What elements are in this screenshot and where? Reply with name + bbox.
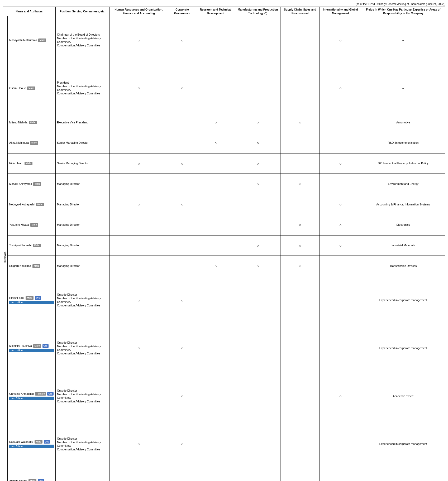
position-cell: Outside Director Member of the Nominatin… bbox=[56, 420, 109, 468]
cell-corp: ○ bbox=[168, 468, 196, 481]
table-row: Toshiyuki SahashiMaleManaging Director○○… bbox=[3, 235, 445, 256]
cell-corp bbox=[168, 174, 196, 194]
os-badge-inline: O/S bbox=[44, 440, 50, 444]
cell-hr: ○ bbox=[109, 276, 168, 324]
cell-corp: ○ bbox=[168, 324, 196, 372]
cell-corp: ○ bbox=[168, 372, 196, 420]
gender-badge: Female bbox=[35, 392, 46, 396]
name-cell: Michihiro TsuchiyaMaleO/SInd. Officer bbox=[8, 324, 56, 372]
person-name: Mitsuo Nishida bbox=[9, 121, 27, 124]
cell-rnd bbox=[196, 64, 235, 112]
cell-hr: ○ bbox=[109, 153, 168, 174]
cell-corp bbox=[168, 112, 196, 133]
cell-rnd bbox=[196, 174, 235, 194]
gender-badge: Male bbox=[26, 296, 34, 300]
table-row: Mitsuo NishidaMaleExecutive Vice Preside… bbox=[3, 112, 445, 133]
cell-intl bbox=[320, 324, 361, 372]
cell-supply bbox=[280, 468, 320, 481]
header-rnd: Research and Technical Development bbox=[196, 7, 235, 16]
fields-cell: Experienced in corporate management bbox=[361, 468, 445, 481]
cell-supply: ○ bbox=[280, 215, 320, 235]
cell-intl: ○ bbox=[320, 215, 361, 235]
person-name: Michihiro Tsuchiya bbox=[9, 344, 32, 348]
person-name: Yasuhiro Miyata bbox=[9, 223, 29, 227]
cell-hr bbox=[109, 235, 168, 256]
gender-badge: Male bbox=[30, 141, 38, 145]
cell-supply bbox=[280, 133, 320, 153]
cell-intl bbox=[320, 133, 361, 153]
gender-badge: Male bbox=[28, 479, 36, 481]
os-badge-inline: O/S bbox=[42, 344, 49, 348]
cell-corp: ○ bbox=[168, 420, 196, 468]
cell-mfg bbox=[235, 276, 280, 324]
position-cell: Executive Vice President bbox=[56, 112, 109, 133]
cell-mfg: ○ bbox=[235, 174, 280, 194]
cell-mfg bbox=[235, 372, 280, 420]
cell-supply bbox=[280, 324, 320, 372]
fields-cell: Accounting & Finance, Information System… bbox=[361, 194, 445, 215]
gender-badge: Male bbox=[25, 162, 32, 165]
person-name: Toshiyuki Sahashi bbox=[9, 244, 31, 247]
cell-supply bbox=[280, 420, 320, 468]
table-row: Michihiro TsuchiyaMaleO/SInd. OfficerOut… bbox=[3, 324, 445, 372]
cell-supply bbox=[280, 372, 320, 420]
person-name: Atsushi Horiba bbox=[9, 479, 27, 481]
cell-hr bbox=[109, 133, 168, 153]
header-mfg: Manufacturing and Production Technology … bbox=[235, 7, 280, 16]
cell-intl: ○ bbox=[320, 16, 361, 64]
cell-corp: ○ bbox=[168, 16, 196, 64]
board-table: Name and Attributes Position, Serving Co… bbox=[3, 7, 445, 481]
cell-mfg bbox=[235, 468, 280, 481]
fields-cell: – bbox=[361, 16, 445, 64]
ind-badge-inline: Ind. Officer bbox=[9, 301, 54, 305]
name-cell: Masaki ShirayamaMale bbox=[8, 174, 56, 194]
table-row: Osamu InoueMalePresident Member of the N… bbox=[3, 64, 445, 112]
cell-corp: ○ bbox=[168, 276, 196, 324]
cell-intl bbox=[320, 174, 361, 194]
fields-cell: DX, Intellectual Property, Industrial Po… bbox=[361, 153, 445, 174]
cell-rnd: ○ bbox=[196, 133, 235, 153]
position-cell: Senior Managing Director bbox=[56, 133, 109, 153]
cell-corp bbox=[168, 235, 196, 256]
name-cell: Yasuhiro MiyataMale bbox=[8, 215, 56, 235]
cell-mfg bbox=[235, 64, 280, 112]
name-cell: Hideo HatoMale bbox=[8, 153, 56, 174]
cell-hr bbox=[109, 256, 168, 276]
cell-intl: ○ bbox=[320, 372, 361, 420]
name-cell: Hiroshi SatoMaleO/SInd. Officer bbox=[8, 276, 56, 324]
cell-rnd: ○ bbox=[196, 112, 235, 133]
cell-supply: ○ bbox=[280, 235, 320, 256]
gender-badge: Male bbox=[36, 203, 44, 206]
name-cell: Christina AhmadjianFemaleO/SInd. Officer bbox=[8, 372, 56, 420]
table-row: Shigeru NakajimaMaleManaging Director○○○… bbox=[3, 256, 445, 276]
cell-supply bbox=[280, 194, 320, 215]
table-row: Atsushi HoribaMaleO/SInd. OfficerOutside… bbox=[3, 468, 445, 481]
cell-mfg bbox=[235, 420, 280, 468]
table-row: Katsuaki WatanabeMaleO/SInd. OfficerOuts… bbox=[3, 420, 445, 468]
cell-rnd bbox=[196, 324, 235, 372]
position-cell: Chairman of the Board of Directors Membe… bbox=[56, 16, 109, 64]
cell-mfg: ○ bbox=[235, 235, 280, 256]
person-name: Nobuyuki Kobayashi bbox=[9, 203, 35, 206]
cell-rnd bbox=[196, 215, 235, 235]
gender-badge: Male bbox=[33, 182, 41, 186]
cell-hr bbox=[109, 112, 168, 133]
cell-rnd bbox=[196, 276, 235, 324]
cell-hr: ○ bbox=[109, 420, 168, 468]
cell-hr: ○ bbox=[109, 468, 168, 481]
cell-mfg bbox=[235, 215, 280, 235]
gender-badge: Male bbox=[30, 223, 38, 227]
cell-hr bbox=[109, 215, 168, 235]
name-cell: Katsuaki WatanabeMaleO/SInd. Officer bbox=[8, 420, 56, 468]
cell-intl bbox=[320, 468, 361, 481]
cell-intl bbox=[320, 276, 361, 324]
name-cell: Mitsuo NishidaMale bbox=[8, 112, 56, 133]
cell-rnd bbox=[196, 16, 235, 64]
fields-cell: R&D, Infocommunication bbox=[361, 133, 445, 153]
cell-mfg bbox=[235, 16, 280, 64]
cell-rnd bbox=[196, 153, 235, 174]
cell-mfg: ○ bbox=[235, 133, 280, 153]
position-cell: Senior Managing Director bbox=[56, 153, 109, 174]
cell-rnd: ○ bbox=[196, 256, 235, 276]
fields-cell: Industrial Materials bbox=[361, 235, 445, 256]
